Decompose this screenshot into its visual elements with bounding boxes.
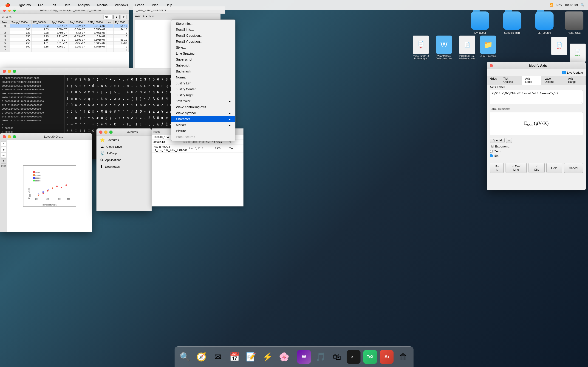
dialog-close[interactable] (490, 64, 493, 67)
radio-six[interactable]: Six (490, 154, 583, 157)
char-min[interactable] (8, 70, 11, 73)
layout-close[interactable] (3, 135, 6, 138)
dock-alfred[interactable]: ⚡ (260, 349, 275, 365)
menu-marker[interactable]: Marker ▶ (171, 122, 235, 128)
tab-axis-range[interactable]: Axis Range (565, 76, 586, 85)
menu-character[interactable]: Character ▶ (171, 116, 235, 122)
scroll-down-button[interactable]: ▼ (121, 15, 127, 19)
menu-analysis[interactable]: Analysis (76, 3, 91, 7)
desktop-file-web[interactable]: 📄 WEB (570, 44, 586, 62)
menu-file[interactable]: File (37, 3, 45, 7)
desktop-icon-cargo[interactable]: 📄 PDF cargo_tarjeta_J B_Miyagi.pdf (412, 35, 430, 60)
zoom-tool[interactable]: ⊕ (1, 147, 6, 152)
table-row[interactable]: 52501.819.51e-07-9.5e-079.505e-071e-09 (0, 42, 129, 45)
table-row[interactable]: 31502.297.11e-07-7.09e-077.1e-070 (0, 35, 129, 38)
table-row[interactable]: 21252.386.49e-07-6.5e-076.495e-070 (0, 31, 129, 35)
table-row[interactable]: 63002.157.76e-07-7.75e-077.755e-070 (0, 45, 129, 48)
radio-zero[interactable]: Zero (490, 150, 583, 153)
menu-justify-left[interactable]: Justify Left (171, 80, 235, 86)
dock-appstore[interactable]: 🛍 (330, 349, 345, 365)
dock-texshop[interactable]: TeX (363, 349, 378, 365)
menu-igor-pro[interactable]: Igor Pro (18, 3, 32, 7)
char-close[interactable] (3, 70, 6, 73)
desktop-icon-20160328[interactable]: 📄 20160328_Co5 0Fe50electrode (458, 35, 476, 60)
dock-mail[interactable]: ✉ (210, 349, 225, 365)
dock-photos[interactable]: 🌸 (277, 349, 292, 365)
menu-wave-symbol[interactable]: Wave Symbol ▶ (171, 110, 235, 116)
fb-max[interactable] (109, 131, 112, 134)
menu-subscript[interactable]: Subscript (171, 62, 235, 68)
dock-notes[interactable]: 📝 (243, 349, 259, 365)
dock-finder[interactable]: 🔍 (177, 349, 192, 365)
table-row[interactable]: 42002.157.7e-07-7.69e-077.695e-075e-10 (0, 38, 129, 42)
scroll-up-button[interactable]: ▲ (113, 15, 120, 19)
tab-grids[interactable]: Grids (487, 76, 500, 85)
menu-justify-center[interactable]: Justify Center (171, 86, 235, 92)
to-cmd-line-button[interactable]: To Cmd Line (506, 163, 527, 173)
sidebar-item-airdrop[interactable]: 📡 AirDrop (96, 150, 152, 157)
desktop-icon-citi[interactable]: citi_course (533, 11, 556, 34)
menu-help[interactable]: Help (164, 3, 174, 7)
pencil-tool[interactable]: ✏ (1, 153, 6, 158)
live-update-checkbox[interactable]: ✓ (562, 71, 566, 74)
menu-justify-right[interactable]: Justify Right (171, 92, 235, 98)
menu-style[interactable]: Style... (171, 44, 235, 50)
menu-backslash[interactable]: Backslash (171, 68, 235, 74)
dock-safari[interactable]: 🧭 (194, 349, 209, 365)
dock-terminal[interactable]: >_ (346, 349, 361, 365)
fb-min[interactable] (104, 131, 107, 134)
desktop-icon-rafa[interactable]: Rafa_USB (563, 11, 586, 34)
menu-edit[interactable]: Edit (49, 3, 57, 7)
menu-data[interactable]: Data (62, 3, 72, 7)
text-tool[interactable]: A (1, 158, 6, 164)
help-button[interactable]: Help (546, 163, 562, 173)
tab-tick-options[interactable]: Tick Options (500, 76, 522, 85)
menu-wave-controlling[interactable]: Wave controlling axis (171, 104, 235, 110)
menu-line-spacing[interactable]: Line Spacing... (171, 50, 235, 56)
search-icon[interactable]: 🔍 (581, 3, 584, 7)
tab-axis-label[interactable]: Axis Label (522, 76, 541, 85)
tab-label-options[interactable]: Label Options (541, 76, 565, 85)
table-row[interactable]: 11002.535.55e-07-5.56e-075.555e-075e-10 (0, 28, 129, 31)
special-button[interactable]: Special (490, 138, 505, 143)
axis-label-input[interactable]: \\SSE \\M\\Z16(\F'Symbol'm\F'Geneva'V/K) (490, 90, 583, 104)
dock-igor[interactable]: W (296, 349, 312, 365)
layout-min[interactable] (8, 135, 11, 138)
menu-text-color[interactable]: Text Color ▶ (171, 98, 235, 104)
dock-trash[interactable]: 🗑 (396, 349, 411, 365)
menu-recall-x[interactable]: Recall X position... (171, 33, 235, 39)
char-max[interactable] (13, 70, 16, 73)
file-row-3[interactable]: NiO-α-Fe2O3-Pt_S..._70K_7.8V_1.0T.dat Ju… (152, 144, 243, 152)
do-it-button[interactable]: Do It (490, 163, 504, 173)
desktop-icon-dynacool[interactable]: Dynacool (468, 11, 492, 34)
layout-max[interactable] (13, 135, 16, 138)
sidebar-item-favorites[interactable]: ⭐ Favorites (96, 137, 152, 143)
menu-picture[interactable]: Picture... (171, 128, 235, 134)
menu-recall-info[interactable]: Recall Info... (171, 27, 235, 33)
dock-calendar[interactable]: 📅 (227, 349, 242, 365)
menu-graph[interactable]: Graph (134, 3, 146, 7)
table-row[interactable]: 70 (0, 48, 129, 52)
sidebar-item-applications[interactable]: ⚙ Applications (96, 157, 152, 163)
cancel-button[interactable]: Cancel (564, 163, 583, 173)
to-clip-button[interactable]: To Clip (528, 163, 544, 173)
desktop-icon-jsap[interactable]: 📁 JSAP_meeting (480, 35, 496, 60)
sidebar-item-icloud[interactable]: ☁ iCloud Drive (96, 143, 152, 150)
desktop-icon-wavemetrics[interactable]: W WaveMetrics Order...barchive (434, 35, 454, 60)
table-row[interactable]: 0702.933.91e-07-3.92e-073.915e-075e-10 (0, 24, 129, 28)
special-dropdown-button[interactable]: ▼ (506, 138, 512, 143)
dock-acrobat[interactable]: Ai (379, 349, 394, 365)
menu-macros[interactable]: Macros (95, 3, 109, 7)
dock-music[interactable]: 🎵 (313, 349, 328, 365)
fb-close[interactable] (99, 131, 103, 134)
apple-menu[interactable]: 🍎 (4, 2, 11, 8)
menu-store-info[interactable]: Store Info... (171, 21, 235, 27)
menu-windows[interactable]: Windows (113, 3, 129, 7)
menu-misc[interactable]: Misc (150, 3, 160, 7)
menu-superscript[interactable]: Superscript (171, 56, 235, 62)
select-tool[interactable]: ↖ (1, 141, 6, 146)
row-input[interactable] (103, 15, 112, 19)
desktop-icon-sandisk[interactable]: Sandisk_mini (501, 11, 524, 34)
sidebar-item-downloads[interactable]: ⬇ Downloads (96, 163, 152, 170)
menu-normal[interactable]: Normal (171, 74, 235, 80)
